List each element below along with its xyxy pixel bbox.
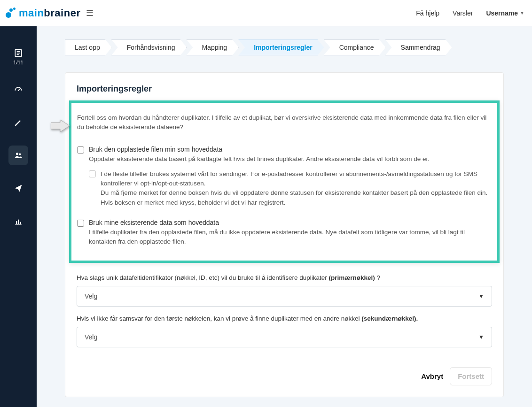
step-upload[interactable]: Last opp [65, 39, 112, 55]
option-uploaded-master-desc: Oppdater eksisterende data basert på kar… [89, 154, 492, 164]
option-uploaded-master: Bruk den opplastede filen min som hovedd… [77, 146, 492, 207]
logo-dots-icon [5, 8, 16, 19]
logo-text: mainbrainer [19, 7, 80, 19]
logo[interactable]: mainbrainer [5, 7, 80, 19]
sub-option-text: I de fleste tilfeller brukes systemet vå… [101, 169, 492, 207]
import-rules-card: Importeringsregler Fortell oss om hvorda… [65, 72, 504, 397]
secondary-key-label: Hvis vi ikke får samsvar for den første … [77, 315, 492, 322]
svg-point-7 [19, 153, 21, 155]
continue-button[interactable]: Fortsett [450, 367, 492, 385]
page-icon [14, 48, 23, 58]
sidebar-item-send[interactable] [8, 178, 28, 198]
secondary-key-value: Velg [85, 333, 97, 341]
gauge-icon [14, 85, 23, 94]
primary-key-label: Hva slags unik datafeltidentifikator (nø… [77, 274, 492, 281]
option-existing-master-label: Bruk mine eksisterende data som hoveddat… [89, 219, 219, 226]
step-compliance[interactable]: Compliance [324, 39, 386, 55]
sidebar-item-edit[interactable] [8, 113, 28, 132]
sidebar-item-dashboard[interactable] [8, 80, 28, 100]
chevron-down-icon: ▼ [478, 334, 484, 340]
card-title: Importeringsregler [65, 84, 503, 100]
users-icon [14, 151, 23, 160]
footer-buttons: Avbryt Fortsett [65, 367, 503, 385]
wizard-steps: Last opp Forhåndsvisning Mapping Importe… [65, 39, 504, 55]
svg-rect-11 [20, 222, 21, 224]
sidebar-item-page[interactable]: 1/11 [8, 47, 28, 67]
send-icon [14, 184, 23, 193]
username-label: Username [486, 9, 518, 17]
cancel-button[interactable]: Avbryt [421, 372, 443, 380]
step-mapping[interactable]: Mapping [186, 39, 239, 55]
sidebar-item-reports[interactable] [8, 211, 28, 231]
svg-rect-10 [18, 220, 19, 224]
secondary-key-select[interactable]: Velg ▼ [77, 327, 492, 347]
checkbox-uploaded-master[interactable] [77, 146, 84, 154]
step-preview[interactable]: Forhåndsvisning [111, 39, 187, 55]
sub-option-keep-status: I de fleste tilfeller brukes systemet vå… [89, 169, 492, 207]
pointer-arrow-icon [51, 120, 70, 132]
intro-text: Fortell oss om hvordan du håndterer dupl… [77, 113, 492, 132]
sidebar: 1/11 [0, 26, 37, 407]
top-nav: Få hjelp Varsler Username ▼ [416, 9, 524, 17]
svg-rect-9 [16, 221, 17, 224]
alerts-link[interactable]: Varsler [453, 9, 473, 17]
primary-key-value: Velg [85, 292, 97, 300]
pencil-icon [14, 118, 23, 127]
checkbox-keep-status[interactable] [89, 170, 96, 177]
sidebar-item-contacts[interactable] [8, 146, 28, 165]
help-link[interactable]: Få hjelp [416, 9, 439, 17]
chart-icon [14, 216, 23, 226]
step-import-rules[interactable]: Importeringsregler [238, 39, 324, 55]
main-content: Last opp Forhåndsvisning Mapping Importe… [37, 26, 532, 407]
svg-marker-12 [51, 120, 70, 132]
chevron-down-icon: ▼ [478, 293, 484, 299]
caret-down-icon: ▼ [520, 10, 524, 15]
menu-toggle-icon[interactable]: ☰ [86, 8, 94, 18]
option-existing-master: Bruk mine eksisterende data som hoveddat… [77, 219, 492, 247]
checkbox-existing-master[interactable] [77, 220, 84, 227]
duplicate-rules-highlight: Fortell oss om hvordan du håndterer dupl… [69, 100, 500, 263]
option-uploaded-master-label: Bruk den opplastede filen min som hovedd… [89, 146, 222, 153]
option-existing-master-desc: I tilfelle duplikater fra den opplastede… [89, 228, 492, 247]
step-summary[interactable]: Sammendrag [385, 39, 452, 55]
top-header: mainbrainer ☰ Få hjelp Varsler Username … [0, 0, 532, 26]
user-menu[interactable]: Username ▼ [486, 9, 524, 17]
svg-point-6 [16, 153, 18, 155]
svg-point-5 [18, 90, 19, 91]
sidebar-counter: 1/11 [13, 60, 23, 65]
primary-key-select[interactable]: Velg ▼ [77, 286, 492, 307]
